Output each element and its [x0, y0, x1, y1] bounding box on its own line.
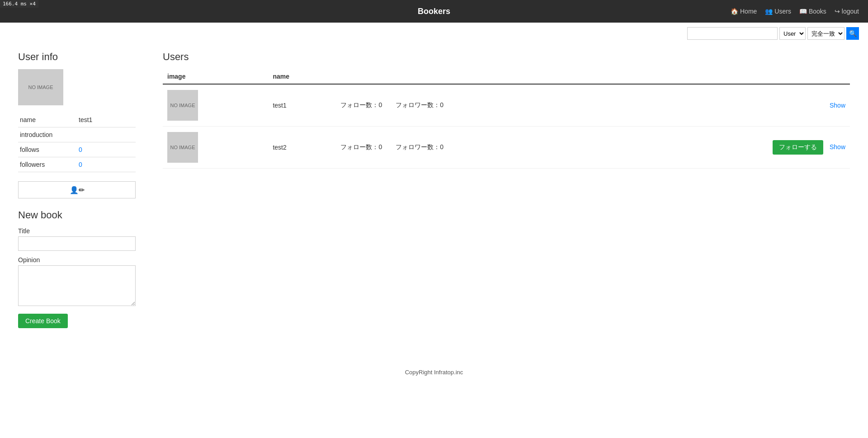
footer: CopyRight Infratop.inc [0, 355, 868, 389]
follow-count: フォロー数：0 [340, 101, 382, 109]
user-stats: フォロー数：0 フォロワー数：0 [340, 101, 628, 109]
edit-profile-button[interactable]: 👤✏ [18, 181, 136, 198]
users-section-title: Users [163, 51, 850, 63]
follow-count: フォロー数：0 [340, 143, 382, 151]
field-value-introduction [77, 127, 136, 142]
footer-text: CopyRight Infratop.inc [405, 369, 463, 376]
field-value-follows: 0 [77, 142, 136, 157]
table-row: followers 0 [18, 157, 136, 172]
user-action-cell: Show [633, 84, 850, 127]
user-image-cell: NO IMAGE [163, 127, 268, 169]
search-match-select[interactable]: 完全一致 [807, 27, 844, 40]
no-image-label: NO IMAGE [170, 103, 195, 108]
user-stats-cell: フォロー数：0 フォロワー数：0 [336, 84, 633, 127]
col-name: name [268, 69, 336, 84]
show-link[interactable]: Show [830, 143, 845, 151]
main-content: User info NO IMAGE name test1 introducti… [0, 42, 868, 337]
new-book-title: New book [18, 209, 136, 221]
right-panel: Users image name NO IMAGE [163, 51, 850, 328]
nav-books[interactable]: 📖 Books [799, 8, 826, 15]
opinion-textarea[interactable] [18, 265, 136, 306]
books-icon: 📖 [799, 8, 807, 15]
user-image-cell: NO IMAGE [163, 84, 268, 127]
users-table: image name NO IMAGE test1 [163, 69, 850, 169]
nav-logout-label: logout [842, 8, 859, 15]
follower-count: フォロワー数：0 [396, 143, 443, 151]
left-panel: User info NO IMAGE name test1 introducti… [18, 51, 136, 328]
table-header-row: image name [163, 69, 850, 84]
no-image-label: NO IMAGE [170, 145, 195, 150]
col-image: image [163, 69, 268, 84]
table-row: name test1 [18, 113, 136, 127]
search-input[interactable] [687, 27, 778, 40]
nav-home[interactable]: 🏠 Home [731, 8, 757, 15]
show-link[interactable]: Show [830, 102, 845, 109]
field-label-followers: followers [18, 157, 77, 172]
navbar: 166.4 ms ×4 Bookers 🏠 Home 👥 Users 📖 Boo… [0, 0, 868, 23]
user-avatar: NO IMAGE [18, 69, 63, 105]
opinion-label: Opinion [18, 256, 136, 264]
field-value-name: test1 [77, 113, 136, 127]
nav-books-label: Books [809, 8, 826, 15]
user-no-image: NO IMAGE [167, 132, 198, 163]
user-stats-cell: フォロー数：0 フォロワー数：0 [336, 127, 633, 169]
user-name-cell: test2 [268, 127, 336, 169]
edit-profile-icon: 👤✏ [70, 186, 85, 194]
nav-logout[interactable]: ↪ logout [835, 8, 859, 15]
user-no-image: NO IMAGE [167, 90, 198, 121]
home-icon: 🏠 [731, 8, 738, 15]
field-label-introduction: introduction [18, 127, 77, 142]
col-stats [336, 69, 633, 84]
title-input[interactable] [18, 236, 136, 251]
nav-users[interactable]: 👥 Users [765, 8, 791, 15]
table-row: NO IMAGE test1 フォロー数：0 フォロワー数：0 Show [163, 84, 850, 127]
table-row: NO IMAGE test2 フォロー数：0 フォロワー数：0 フォローする S… [163, 127, 850, 169]
navbar-nav: 🏠 Home 👥 Users 📖 Books ↪ logout [731, 8, 859, 15]
logout-icon: ↪ [835, 8, 840, 15]
title-label: Title [18, 227, 136, 235]
users-icon: 👥 [765, 8, 773, 15]
follow-button[interactable]: フォローする [773, 140, 823, 155]
new-book-section: New book Title Opinion Create Book [18, 209, 136, 328]
user-name-cell: test1 [268, 84, 336, 127]
nav-users-label: Users [774, 8, 791, 15]
nav-home-label: Home [740, 8, 757, 15]
search-button[interactable]: 🔍 [846, 27, 859, 40]
field-label-name: name [18, 113, 77, 127]
search-type-select[interactable]: User [779, 27, 806, 40]
create-book-button[interactable]: Create Book [18, 314, 68, 328]
col-actions [633, 69, 850, 84]
debug-badge: 166.4 ms ×4 [0, 0, 38, 8]
user-info-title: User info [18, 51, 136, 63]
user-stats: フォロー数：0 フォロワー数：0 [340, 143, 628, 151]
navbar-brand: Bookers [418, 7, 450, 16]
field-label-follows: follows [18, 142, 77, 157]
table-row: follows 0 [18, 142, 136, 157]
user-info-table: name test1 introduction follows 0 follow… [18, 113, 136, 172]
table-row: introduction [18, 127, 136, 142]
follower-count: フォロワー数：0 [396, 101, 443, 109]
top-search-bar: User 完全一致 🔍 [0, 23, 868, 42]
field-value-followers: 0 [77, 157, 136, 172]
no-image-label: NO IMAGE [28, 85, 53, 90]
search-icon: 🔍 [849, 30, 857, 37]
user-action-cell: フォローする Show [633, 127, 850, 169]
